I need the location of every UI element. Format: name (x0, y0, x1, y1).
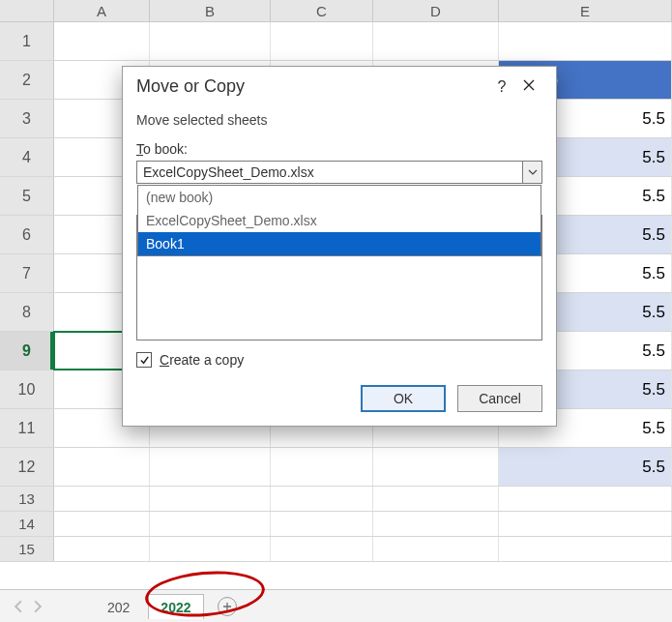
column-header-row: A B C D E (0, 0, 672, 22)
cell[interactable] (54, 22, 150, 60)
cell[interactable] (150, 512, 271, 536)
create-copy-checkbox[interactable] (136, 352, 152, 368)
row-header[interactable]: 5 (0, 177, 54, 215)
cell[interactable] (150, 487, 271, 511)
column-header[interactable]: C (271, 0, 373, 21)
cell-value: 5.5 (499, 448, 671, 486)
sheet-tab[interactable]: 202 (95, 594, 142, 619)
row: 13 (0, 487, 672, 512)
chevron-down-icon[interactable] (522, 162, 541, 183)
row-header[interactable]: 6 (0, 216, 54, 253)
row-header[interactable]: 14 (0, 512, 54, 536)
row: 12 5.5 (0, 448, 672, 487)
help-button[interactable]: ? (488, 78, 515, 96)
dropdown-item-selected[interactable]: Book1 (138, 232, 541, 255)
close-button[interactable] (515, 78, 542, 96)
next-sheet-icon[interactable] (31, 600, 44, 613)
row-header[interactable]: 8 (0, 293, 54, 331)
row-header[interactable]: 13 (0, 487, 54, 511)
row-header[interactable]: 10 (0, 370, 54, 408)
move-or-copy-dialog: Move or Copy ? Move selected sheets To b… (122, 66, 557, 427)
add-sheet-button[interactable] (218, 597, 237, 616)
column-header[interactable]: A (54, 0, 150, 21)
select-all-corner[interactable] (0, 0, 54, 21)
cell[interactable] (150, 448, 271, 486)
row-header[interactable]: 7 (0, 254, 54, 292)
to-book-label: To book: (136, 141, 542, 157)
cell[interactable] (373, 22, 499, 60)
dialog-title: Move or Copy (136, 76, 245, 97)
cell[interactable] (499, 537, 672, 561)
cell[interactable] (499, 22, 672, 60)
sheet-tab-active[interactable]: 2022 (148, 594, 203, 619)
cell[interactable] (150, 22, 271, 60)
cell[interactable] (499, 487, 672, 511)
row-header[interactable]: 9 (0, 332, 54, 370)
cell[interactable] (499, 512, 672, 536)
cell[interactable] (271, 487, 373, 511)
dropdown-item[interactable]: (new book) (138, 186, 541, 209)
create-copy-label: Create a copy (160, 352, 244, 368)
row-header[interactable]: 1 (0, 22, 54, 60)
cell[interactable] (54, 448, 150, 486)
row: 15 (0, 537, 672, 562)
cancel-button[interactable]: Cancel (457, 385, 542, 412)
dropdown-item[interactable]: ExcelCopySheet_Demo.xlsx (138, 209, 541, 232)
ok-button[interactable]: OK (361, 385, 446, 412)
row-header[interactable]: 4 (0, 138, 54, 176)
cell[interactable] (271, 512, 373, 536)
column-header[interactable]: B (150, 0, 271, 21)
prev-sheet-icon[interactable] (12, 600, 25, 613)
cell[interactable] (54, 487, 150, 511)
row-header[interactable]: 3 (0, 100, 54, 137)
dialog-subtitle: Move selected sheets (136, 112, 542, 128)
cell[interactable] (54, 512, 150, 536)
sheet-tab-strip: 202 2022 (0, 589, 672, 622)
cell[interactable] (373, 537, 499, 561)
to-book-value: ExcelCopySheet_Demo.xlsx (143, 164, 314, 180)
cell[interactable] (373, 487, 499, 511)
cell[interactable] (373, 512, 499, 536)
cell[interactable] (271, 22, 373, 60)
cell[interactable] (54, 537, 150, 561)
row: 1 (0, 22, 672, 61)
to-book-dropdown: (new book) ExcelCopySheet_Demo.xlsx Book… (137, 185, 541, 256)
cell[interactable]: 5.5 (499, 448, 672, 486)
row-header[interactable]: 2 (0, 61, 54, 99)
row: 14 (0, 512, 672, 537)
row-header[interactable]: 11 (0, 409, 54, 447)
cell[interactable] (150, 537, 271, 561)
cell[interactable] (373, 448, 499, 486)
cell[interactable] (271, 537, 373, 561)
row-header[interactable]: 15 (0, 537, 54, 561)
column-header[interactable]: D (373, 0, 499, 21)
cell[interactable] (271, 448, 373, 486)
dialog-titlebar[interactable]: Move or Copy ? (123, 67, 556, 103)
row-header[interactable]: 12 (0, 448, 54, 486)
column-header[interactable]: E (499, 0, 672, 21)
to-book-combobox[interactable]: ExcelCopySheet_Demo.xlsx (new book) Exce… (136, 161, 542, 184)
